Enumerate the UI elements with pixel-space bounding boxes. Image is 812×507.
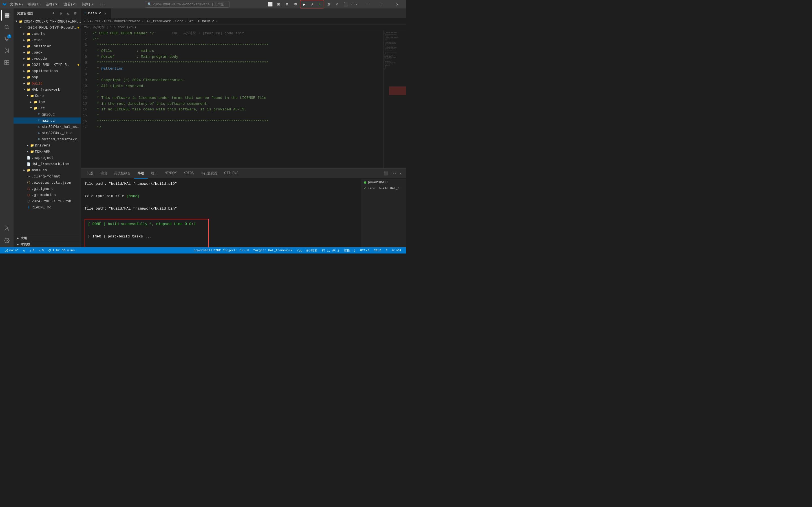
panel-tab-ports[interactable]: 端口 (148, 169, 161, 179)
sidebar-item-main-c[interactable]: C main.c (13, 117, 81, 124)
status-branch[interactable]: ⎇ main* (2, 247, 21, 253)
search-bar[interactable]: 🔍 2024-RMUL-XTYF-RobotFirmware (工作区) (145, 1, 230, 8)
code-editor[interactable]: 1 2 3 4 5 6 7 8 9 10 11 12 13 14 15 16 1 (81, 30, 384, 168)
sidebar-item-stm32-it[interactable]: C stm32f4xx_it.c (13, 130, 81, 136)
sidebar-item-pack[interactable]: ▶ 📁 .pack (13, 49, 81, 55)
run-flash-icon[interactable]: ▶ (300, 0, 308, 8)
status-target[interactable]: Target: HAL_framework (251, 247, 295, 253)
activity-run[interactable] (1, 45, 12, 56)
status-warnings[interactable]: ⚠ 0 (28, 247, 37, 253)
collapse-icon[interactable]: ⊟ (72, 10, 79, 17)
split-icon[interactable]: ⊞ (283, 0, 291, 8)
sidebar-item-applications[interactable]: ▶ 📁 applications (13, 68, 81, 74)
sidebar-item-gitignore[interactable]: ⬡ .gitignore (13, 186, 81, 192)
tab-close-icon[interactable]: ✕ (103, 11, 107, 15)
breadcrumb-item[interactable]: 2024-RMUL-XTYF-RobotFirmware (84, 19, 140, 23)
activity-settings[interactable] (1, 235, 12, 246)
sidebar-item-mdk-arm[interactable]: ▶ 📁 MDK-ARM (13, 149, 81, 155)
activity-search[interactable] (1, 21, 12, 33)
sidebar-item-core[interactable]: ▼ 📁 Core (13, 93, 81, 99)
sidebar-item-eide[interactable]: ▶ 📁 .eide (13, 37, 81, 43)
outline-header[interactable]: ▶ 大纲 (13, 235, 81, 241)
close-button[interactable]: ✕ (391, 0, 404, 8)
sidebar-item-2024firmware[interactable]: ▶ 📁 2024-RMUL-XTYF-RobotFirmwa... (13, 62, 81, 68)
settings-sync-icon[interactable]: ⚙ (325, 0, 333, 8)
menu-more[interactable]: ... (98, 1, 108, 7)
status-errors[interactable]: ✕ 0 (37, 247, 46, 253)
minimize-button[interactable]: ─ (360, 0, 373, 8)
sidebar-item-mxproject[interactable]: 📄 .mxproject (13, 155, 81, 161)
maximize-button[interactable]: □ (375, 0, 389, 8)
sidebar-item-2024-code[interactable]: ⬡ 2024-RMUL-XTYF-RobotFirmware.cod... (13, 198, 81, 204)
sidebar-item-gitmodules[interactable]: ⬡ .gitmodules (13, 192, 81, 198)
status-platform[interactable]: Win32 (390, 247, 404, 253)
layout-icon[interactable]: ⬜ (266, 0, 274, 8)
terminal-side-powershell[interactable]: powershell (362, 180, 405, 185)
activity-extensions[interactable] (1, 57, 12, 68)
tree-root-project[interactable]: ▼ 📁 2024-RMUL-XTYF-ROBOTFIRM... (13, 18, 81, 24)
sidebar-item-gpio-c[interactable]: C gpio.c (13, 111, 81, 117)
timeline-header[interactable]: ▶ 时间线 (13, 241, 81, 247)
tab-main-c[interactable]: C main.c ✕ (81, 8, 111, 18)
panel-icon[interactable]: ⬛ (342, 0, 350, 8)
panel-split-icon[interactable]: ⬛ (383, 170, 389, 177)
status-git-blame[interactable]: You, 8小时前 (295, 247, 320, 253)
status-eide-project[interactable]: powershell EIDE Project: build (192, 247, 251, 253)
sidebar-item-bsp[interactable]: ▶ 📁 bsp (13, 74, 81, 80)
refresh-icon[interactable]: ↻ (65, 10, 71, 17)
status-eol[interactable]: CRLF (371, 247, 384, 253)
panel-tab-terminal[interactable]: 终端 (134, 169, 148, 179)
breadcrumb-item[interactable]: C main.c (198, 19, 214, 23)
terminal-side-eide-build[interactable]: ✓ eide: build:HAL_fra... (362, 185, 405, 191)
panel-tab-memory[interactable]: MEMORY (161, 169, 180, 179)
download-icon[interactable]: ⬇ (316, 0, 324, 8)
panel-tab-serial[interactable]: 串行监视器 (197, 169, 221, 179)
sidebar-item-system-stm32[interactable]: C system_stm32f4xx.c (13, 136, 81, 142)
status-encoding[interactable]: UTF-8 (358, 247, 371, 253)
status-time[interactable]: ⏱ 1 hr 56 mins (46, 247, 77, 253)
breadcrumb-item[interactable]: Core (175, 19, 184, 23)
menu-file[interactable]: 文件(F) (8, 1, 26, 7)
panel-tab-debug[interactable]: 调试控制台 (110, 169, 134, 179)
panel-tab-problems[interactable]: 问题 (84, 169, 97, 179)
grid-icon[interactable]: ⊟ (292, 0, 299, 8)
sidebar-item-cmsis[interactable]: ▶ 📁 .cmsis (13, 31, 81, 37)
sidebar-item-src[interactable]: ▼ 📁 Src (13, 105, 81, 111)
more-icon[interactable]: ··· (350, 0, 358, 8)
activity-source-control[interactable]: 2 (1, 33, 12, 45)
sidebar-item-clang-format[interactable]: ⚙ .clang-format (13, 173, 81, 179)
sidebar-item-inc[interactable]: ▶ 📁 Inc (13, 99, 81, 105)
panel-more-icon[interactable]: ··· (390, 170, 396, 177)
sidebar-item-eide-json[interactable]: {} .eide.usr.ctx.json (13, 179, 81, 186)
menu-view[interactable]: 查看(V) (62, 1, 79, 7)
sidebar-item-build[interactable]: ▶ 📁 build (13, 80, 81, 87)
sidebar-item-modlues[interactable]: ▶ 📁 modlues (13, 167, 81, 173)
sidebar-item-hal-ioc[interactable]: 📄 HAL_framework.ioc (13, 161, 81, 167)
status-language[interactable]: C (384, 247, 390, 253)
sidebar-item-drivers[interactable]: ▶ 📁 Drivers (13, 142, 81, 149)
menu-edit[interactable]: 编辑(E) (26, 1, 43, 7)
panel-close-icon[interactable]: ✕ (398, 170, 404, 177)
panel-tab-output[interactable]: 输出 (97, 169, 110, 179)
status-position[interactable]: 行 1, 列 1 (320, 247, 342, 253)
flash-icon[interactable]: ⚡ (308, 0, 316, 8)
new-folder-icon[interactable]: ⊕ (58, 10, 64, 17)
sidebar-item-readme[interactable]: ℹ README.md (13, 204, 81, 210)
status-sync[interactable]: ↻ (21, 247, 28, 253)
circle-icon[interactable]: ○ (333, 0, 341, 8)
sidebar-item-vscode[interactable]: ▶ 📁 .vscode (13, 55, 81, 62)
breadcrumb-item[interactable]: Src (188, 19, 194, 23)
status-spaces[interactable]: 空格: 2 (342, 247, 358, 253)
menu-goto[interactable]: 转到(G) (80, 1, 97, 7)
terminal-icon[interactable]: ▣ (274, 0, 283, 8)
activity-account[interactable] (1, 223, 12, 234)
panel-tab-xrtos[interactable]: XRTOS (180, 169, 197, 179)
terminal-content[interactable]: file path: "build/HAL_framework/build.s1… (81, 179, 361, 247)
sidebar-item-hal-framework[interactable]: ▼ 📁 HAL_framework (13, 87, 81, 93)
sidebar-item-obsidian[interactable]: ▶ 📁 .obsidian (13, 43, 81, 49)
new-file-icon[interactable]: + (50, 10, 57, 17)
activity-explorer[interactable] (1, 10, 12, 21)
menu-select[interactable]: 选择(S) (44, 1, 61, 7)
sidebar-item-stm32-hal-msp[interactable]: C stm32f4xx_hal_msp.c (13, 124, 81, 130)
breadcrumb-item[interactable]: HAL_framework (145, 19, 171, 23)
